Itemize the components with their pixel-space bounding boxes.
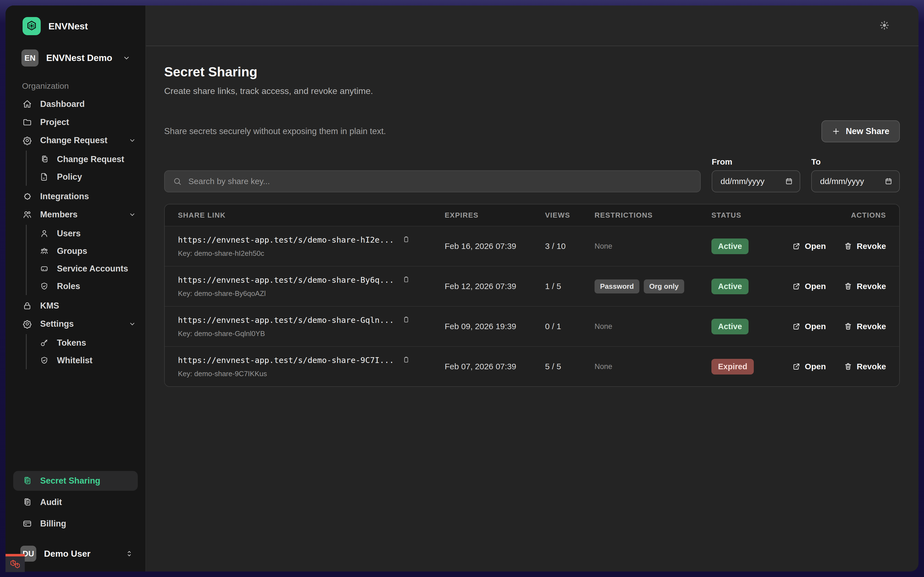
sidebar-subnav-settings: Tokens Whitelist: [26, 334, 145, 369]
copy-link-button[interactable]: [401, 275, 410, 285]
org-avatar: EN: [21, 50, 39, 66]
sidebar-item-change-request[interactable]: Change Request: [5, 131, 145, 150]
org-switcher[interactable]: EN ENVNest Demo: [21, 50, 134, 66]
user-icon: [40, 229, 48, 238]
expires-cell: Feb 09, 2026 19:39: [445, 322, 545, 331]
shares-table: SHARE LINK EXPIRES VIEWS RESTRICTIONS ST…: [164, 204, 900, 387]
share-key: Key: demo-share-Gqlnl0YB: [178, 329, 445, 338]
actions-cell: Open Revoke: [785, 242, 899, 251]
sidebar-item-groups[interactable]: Groups: [27, 242, 145, 260]
restrictions-cell: None: [594, 363, 711, 371]
sidebar-item-label: Billing: [40, 519, 66, 529]
revoke-button[interactable]: Revoke: [844, 322, 886, 331]
sidebar-item-integrations[interactable]: Integrations: [5, 187, 145, 206]
sidebar-item-kms[interactable]: KMS: [5, 297, 145, 315]
col-share-link: SHARE LINK: [165, 211, 445, 219]
plus-icon: [832, 127, 840, 135]
col-actions: ACTIONS: [785, 211, 899, 219]
user-name: Demo User: [44, 549, 90, 559]
sidebar-item-label: Whitelist: [57, 356, 92, 366]
status-badge: Active: [711, 279, 748, 294]
theme-toggle-button[interactable]: [877, 18, 892, 34]
status-badge: Active: [711, 239, 748, 254]
key-icon: [40, 338, 48, 347]
org-name: ENVNest Demo: [46, 53, 112, 63]
to-date-input[interactable]: [819, 176, 880, 186]
revoke-button[interactable]: Revoke: [844, 282, 886, 291]
sidebar-item-whitelist[interactable]: Whitelist: [27, 352, 145, 369]
sidebar-item-policy[interactable]: Policy: [27, 168, 145, 186]
sidebar-item-members[interactable]: Members: [5, 206, 145, 224]
copy-link-button[interactable]: [401, 315, 410, 325]
sidebar-item-label: Service Accounts: [57, 264, 128, 274]
calendar-icon[interactable]: [785, 177, 793, 185]
sidebar: ENVNest EN ENVNest Demo Organization Das…: [5, 5, 146, 572]
shield-check-icon: [40, 282, 48, 291]
share-link-cell: https://envnest-app.test/s/demo-share-By…: [165, 275, 445, 298]
table-header: SHARE LINK EXPIRES VIEWS RESTRICTIONS ST…: [165, 205, 899, 226]
actions-cell: Open Revoke: [785, 362, 899, 371]
revoke-button[interactable]: Revoke: [844, 362, 886, 371]
status-cell: Active: [711, 279, 785, 294]
sidebar-item-settings[interactable]: Settings: [5, 315, 145, 333]
laravel-debugbar-button[interactable]: [5, 554, 25, 572]
col-restrictions: RESTRICTIONS: [594, 211, 711, 219]
user-menu[interactable]: DU Demo User: [20, 546, 134, 562]
sidebar-item-project[interactable]: Change Request Project: [5, 113, 145, 131]
sidebar-item-audit[interactable]: Audit: [13, 492, 138, 512]
copy-icon: [402, 356, 410, 364]
sidebar-item-label: Groups: [57, 246, 87, 256]
sidebar-item-roles[interactable]: Roles: [27, 277, 145, 295]
open-button[interactable]: Open: [792, 362, 826, 371]
sidebar-item-users[interactable]: Users: [27, 225, 145, 242]
revoke-button[interactable]: Revoke: [844, 242, 886, 251]
copy-link-button[interactable]: [401, 355, 410, 365]
open-button[interactable]: Open: [792, 282, 826, 291]
external-link-icon: [792, 363, 801, 371]
sidebar-item-billing[interactable]: Billing: [13, 514, 138, 533]
copy-link-button[interactable]: [401, 235, 410, 245]
top-bar: [146, 5, 919, 46]
main-area: Secret Sharing Create share links, track…: [146, 5, 919, 572]
search-icon: [173, 177, 182, 186]
sidebar-item-label: KMS: [40, 301, 59, 311]
from-label: From: [712, 157, 800, 166]
sidebar-item-service-accounts[interactable]: Service Accounts: [27, 260, 145, 277]
search-input[interactable]: [188, 176, 692, 186]
sidebar-item-dashboard[interactable]: Dashboard: [5, 95, 145, 113]
calendar-icon[interactable]: [884, 177, 893, 185]
server-icon: [40, 264, 48, 273]
table-row: https://envnest-app.test/s/demo-share-By…: [165, 266, 899, 306]
home-icon: [23, 100, 32, 109]
page-content: Secret Sharing Create share links, track…: [146, 46, 919, 387]
from-date-input[interactable]: [720, 176, 781, 186]
sidebar-item-label: Change Request: [57, 155, 124, 164]
document-icon: [40, 172, 48, 181]
external-link-icon: [792, 242, 801, 250]
table-row: https://envnest-app.test/s/demo-share-Gq…: [165, 306, 899, 346]
date-filter-from: From: [712, 157, 800, 192]
restriction-badge: Org only: [644, 279, 684, 293]
chevrons-up-down-icon: [125, 550, 133, 558]
external-link-icon: [792, 282, 801, 290]
copy-icon: [402, 316, 410, 324]
status-cell: Active: [711, 319, 785, 334]
share-url: https://envnest-app.test/s/demo-share-Gq…: [178, 316, 394, 325]
sidebar-item-label: Roles: [57, 281, 80, 291]
sidebar-footer-nav: Secret Sharing Audit Billing: [5, 471, 145, 533]
open-button[interactable]: Open: [792, 242, 826, 251]
envnest-logo-icon: [23, 17, 41, 35]
sidebar-item-label: Dashboard: [40, 99, 85, 109]
status-cell: Expired: [711, 359, 785, 374]
new-share-button[interactable]: New Share: [821, 120, 900, 142]
app-logo[interactable]: ENVNest: [5, 17, 145, 35]
sidebar-item-tokens[interactable]: Tokens: [27, 334, 145, 352]
filter-row: From To: [164, 157, 900, 192]
sidebar-section-label: Organization: [22, 81, 145, 91]
sidebar-item-label: Audit: [40, 497, 62, 507]
sidebar-item-change-request-sub[interactable]: Change Request: [27, 151, 145, 168]
sidebar-item-secret-sharing[interactable]: Secret Sharing: [13, 471, 138, 491]
expires-cell: Feb 12, 2026 07:39: [445, 282, 545, 291]
clipboard-list-icon: [23, 498, 32, 507]
open-button[interactable]: Open: [792, 322, 826, 331]
